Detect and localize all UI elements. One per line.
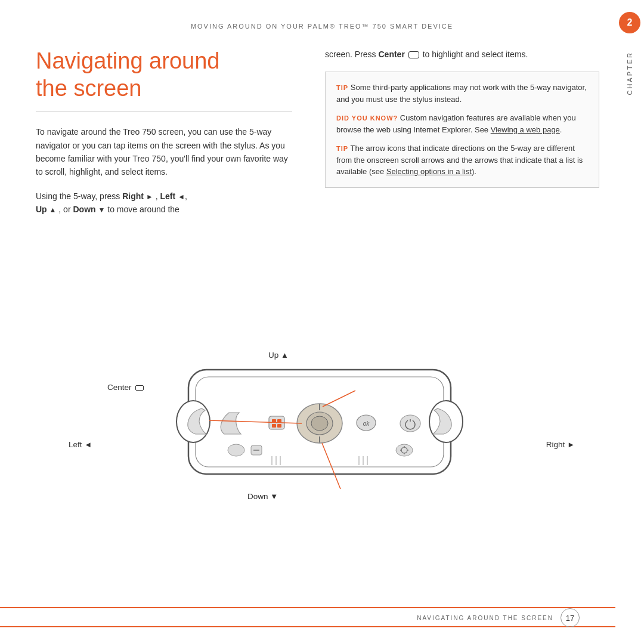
- did-you-know: DID YOU KNOW? Custom navigation features…: [336, 112, 588, 135]
- svg-line-33: [323, 391, 355, 407]
- body-paragraph-1: To navigate around the Treo 750 screen, …: [36, 125, 292, 179]
- page-header: MOVING AROUND ON YOUR PALM® TREO™ 750 SM…: [0, 23, 644, 30]
- tip1: TIP Some third-party applications may no…: [336, 82, 588, 105]
- svg-point-17: [228, 444, 244, 456]
- right-column: screen. Press Center to highlight and se…: [325, 48, 599, 188]
- label-left: Left ◄: [69, 440, 92, 449]
- svg-rect-12: [272, 424, 276, 428]
- title-divider: [36, 112, 292, 112]
- chapter-tab: 2 CHAPTER: [615, 0, 644, 644]
- header-text: MOVING AROUND ON YOUR PALM® TREO™ 750 SM…: [191, 23, 453, 30]
- chapter-number-badge: 2: [619, 12, 640, 33]
- page-number-badge: 17: [561, 608, 580, 627]
- diagram-area: Center Up ▲ Left ◄ Right ► Down ▼: [36, 334, 603, 561]
- chapter-label: CHAPTER: [626, 51, 633, 95]
- svg-point-6: [311, 416, 328, 431]
- diagram-container: Center Up ▲ Left ◄ Right ► Down ▼: [36, 334, 603, 537]
- label-right: Right ►: [546, 440, 575, 449]
- svg-text:ok: ok: [363, 420, 370, 427]
- tip-box: TIP Some third-party applications may no…: [325, 72, 599, 188]
- left-column: Navigating around the screen To navigate…: [36, 48, 292, 227]
- right-intro: screen. Press Center to highlight and se…: [325, 48, 599, 61]
- label-center: Center: [107, 383, 144, 392]
- body-paragraph-2: Using the 5-way, press Right ► , Left ◄,…: [36, 190, 292, 216]
- footer: NAVIGATING AROUND THE SCREEN 17: [0, 607, 615, 627]
- page-title: Navigating around the screen: [36, 48, 292, 102]
- footer-text: NAVIGATING AROUND THE SCREEN: [417, 615, 553, 621]
- device-illustration: ok: [153, 364, 487, 507]
- tip2: TIP The arrow icons that indicate direct…: [336, 143, 588, 178]
- svg-rect-13: [277, 424, 281, 428]
- svg-line-34: [322, 443, 340, 489]
- label-up: Up ▲: [268, 351, 289, 360]
